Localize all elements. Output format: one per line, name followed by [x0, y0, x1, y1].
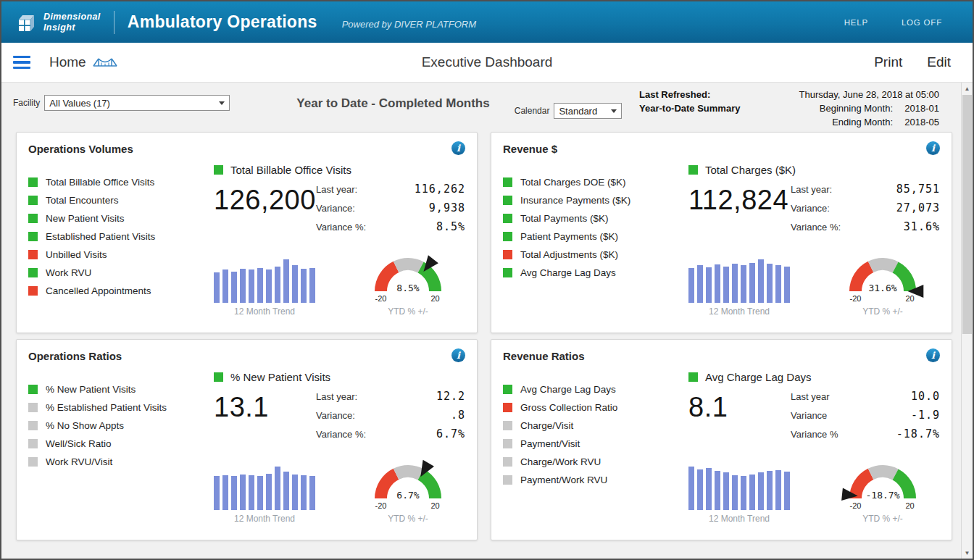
trend-bar — [275, 467, 280, 510]
beginning-month-label: Beginning Month: — [820, 101, 893, 115]
beginning-month-value: 2018-01 — [899, 101, 939, 115]
trend-bar — [706, 468, 712, 510]
status-square-red — [28, 250, 38, 259]
stat-value: 10.0 — [911, 390, 940, 403]
legend-item[interactable]: Gross Collection Ratio — [503, 402, 688, 413]
legend-item[interactable]: Avg Charge Lag Days — [503, 384, 688, 395]
metric-label: Unbilled Visits — [46, 249, 107, 260]
legend-item[interactable]: % Established Patient Visits — [28, 402, 214, 413]
calendar-filter: Calendar Standard — [515, 103, 623, 119]
nav-bar: Home Executive Dashboard Print Edit — [1, 43, 973, 83]
stat-value: 6.7% — [436, 427, 465, 440]
trend-bar — [767, 264, 773, 303]
charts-row: 12 Month Trend-2020-18.7%YTD % +/- — [688, 452, 940, 524]
scrollbar-thumb[interactable] — [962, 95, 972, 334]
status-square-green — [28, 214, 38, 223]
info-icon[interactable]: i — [451, 348, 465, 362]
info-icon[interactable]: i — [926, 348, 940, 362]
chevron-down-icon — [219, 101, 225, 105]
legend-item[interactable]: Total Billable Office Visits — [28, 177, 214, 188]
metric-label: Well/Sick Ratio — [46, 438, 112, 449]
trend-chart: 12 Month Trend — [214, 467, 315, 524]
legend-item[interactable]: Payment/Visit — [503, 438, 688, 449]
stat-label: Variance %: — [316, 222, 366, 233]
ytd-gauge-chart: -20206.7% — [354, 452, 462, 510]
app-window: Dimensional Insight Ambulatory Operation… — [0, 0, 974, 560]
status-square-green — [28, 385, 38, 394]
selected-metric-detail: % New Patient Visits13.1Last year:12.2Va… — [214, 362, 465, 524]
print-button[interactable]: Print — [874, 54, 902, 70]
metric-legend: Avg Charge Lag DaysGross Collection Rati… — [503, 384, 688, 524]
stat-row: Variance:.8 — [316, 409, 465, 422]
calendar-dropdown[interactable]: Standard — [554, 103, 622, 119]
help-link[interactable]: HELP — [844, 18, 868, 27]
legend-item[interactable]: Cancelled Appointments — [28, 285, 214, 296]
trend-bar — [706, 267, 712, 303]
metric-label: Gross Collection Ratio — [520, 402, 617, 413]
selected-metric-label: % New Patient Visits — [230, 371, 330, 383]
hamburger-menu-icon[interactable] — [13, 56, 30, 70]
stat-value: 9,938 — [429, 201, 465, 214]
selected-metric-header: Total Charges ($K) — [688, 164, 940, 176]
legend-item[interactable]: Total Adjustments ($K) — [503, 249, 688, 260]
status-square-red — [503, 403, 512, 412]
panel-grid: Operations VolumesiTotal Billable Office… — [1, 129, 973, 546]
metric-label: Patient Payments ($K) — [520, 231, 618, 242]
stat-value: -18.7% — [896, 427, 940, 440]
legend-item[interactable]: Established Patient Visits — [28, 231, 214, 242]
app-header: Dimensional Insight Ambulatory Operation… — [1, 1, 973, 43]
trend-bars — [214, 259, 315, 303]
trend-chart: 12 Month Trend — [688, 259, 790, 317]
legend-item[interactable]: Work RVU — [28, 267, 214, 278]
legend-item[interactable]: Charge/Visit — [503, 420, 688, 431]
status-square-gray — [28, 421, 38, 430]
dimensional-insight-logo[interactable]: Dimensional Insight — [16, 12, 101, 33]
stat-value: 31.6% — [904, 220, 940, 233]
facility-dropdown[interactable]: All Values (17) — [44, 95, 230, 111]
logo-text-line2: Insight — [43, 22, 101, 33]
panel-body: Total Billable Office VisitsTotal Encoun… — [28, 155, 465, 317]
metric-current-value: 126,200 — [214, 185, 316, 239]
trend-caption: 12 Month Trend — [688, 514, 790, 524]
edit-button[interactable]: Edit — [927, 54, 951, 70]
trend-bar — [283, 472, 289, 510]
legend-item[interactable]: Total Encounters — [28, 195, 214, 206]
legend-item[interactable]: Payment/Work RVU — [503, 475, 688, 485]
legend-item[interactable]: % No Show Appts — [28, 420, 214, 431]
stat-row: Variance %:31.6% — [791, 220, 940, 233]
metric-label: Avg Charge Lag Days — [520, 267, 616, 278]
vertical-scrollbar[interactable]: ▲ ▼ — [961, 83, 973, 559]
status-square-green — [503, 232, 512, 241]
legend-item[interactable]: New Patient Visits — [28, 213, 214, 224]
metric-stats: Last year:12.2Variance:.8Variance %:6.7% — [316, 386, 465, 446]
filter-bar: Facility All Values (17) Year to Date - … — [1, 83, 973, 129]
hamburger-bar — [13, 56, 30, 59]
metric-label: Total Adjustments ($K) — [520, 249, 618, 260]
status-square-red — [503, 250, 512, 259]
logoff-link[interactable]: LOG OFF — [902, 18, 942, 27]
stat-label: Variance %: — [791, 222, 841, 233]
nav-home[interactable]: Home — [49, 54, 117, 70]
scroll-up-icon[interactable]: ▲ — [962, 83, 973, 94]
legend-item[interactable]: Insurance Payments ($K) — [503, 195, 688, 206]
legend-item[interactable]: Well/Sick Ratio — [28, 438, 214, 449]
trend-bars — [688, 259, 790, 303]
stat-label: Last year — [791, 391, 829, 402]
legend-item[interactable]: Unbilled Visits — [28, 249, 214, 260]
status-square-green — [503, 196, 512, 205]
legend-item[interactable]: Work RVU/Visit — [28, 456, 214, 467]
scroll-down-icon[interactable]: ▼ — [962, 547, 973, 559]
trend-bar — [283, 259, 289, 303]
trend-bar — [697, 469, 703, 510]
info-icon[interactable]: i — [926, 141, 940, 155]
legend-item[interactable]: Total Payments ($K) — [503, 213, 688, 224]
info-icon[interactable]: i — [451, 141, 465, 155]
stat-value: -1.9 — [911, 409, 940, 422]
legend-item[interactable]: Avg Charge Lag Days — [503, 267, 688, 278]
panel-title: Operations Volumes — [28, 143, 133, 155]
legend-item[interactable]: Patient Payments ($K) — [503, 231, 688, 242]
legend-item[interactable]: % New Patient Visits — [28, 384, 214, 395]
legend-item[interactable]: Total Charges DOE ($K) — [503, 177, 688, 188]
legend-item[interactable]: Charge/Work RVU — [503, 456, 688, 467]
trend-bar — [257, 268, 263, 303]
